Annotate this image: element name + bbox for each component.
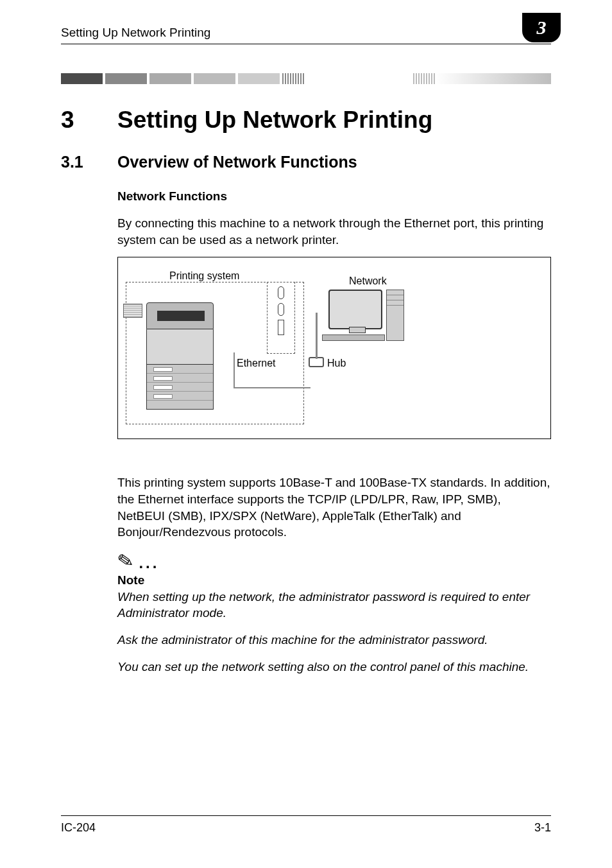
note-label: Note: [117, 573, 551, 587]
chapter-tab-number: 3: [537, 17, 547, 39]
note-paragraph-1: When setting up the network, the adminis…: [117, 589, 551, 621]
note-dots: ...: [139, 554, 159, 571]
monitor-icon: [328, 290, 382, 329]
ethernet-line: [234, 352, 310, 388]
footer-page-number: 3-1: [534, 821, 551, 835]
note-block: ✎ ... Note When setting up the network, …: [117, 550, 551, 675]
printer-icon: [146, 302, 220, 417]
header-rule: [61, 44, 551, 44]
chapter-tab: 3: [522, 13, 561, 42]
standards-paragraph: This printing system supports 10Base-T a…: [117, 474, 551, 541]
diagram-label-hub: Hub: [327, 358, 346, 369]
paper-tray-icon: [123, 304, 142, 318]
running-header: Setting Up Network Printing: [61, 26, 210, 40]
section-title: Overview of Network Functions: [117, 153, 357, 171]
note-paragraph-2: Ask the administrator of this machine fo…: [117, 632, 551, 648]
note-icon: ✎: [115, 548, 135, 573]
note-paragraph-3: You can set up the network setting also …: [117, 659, 551, 675]
chapter-number: 3: [61, 107, 117, 134]
computer-tower-icon: [386, 290, 404, 341]
network-diagram: Printing system Network Ethernet Hub: [117, 257, 551, 439]
chapter-title: Setting Up Network Printing: [117, 107, 432, 134]
section-number: 3.1: [61, 153, 117, 171]
keyboard-icon: [322, 334, 385, 341]
footer-model: IC-204: [61, 821, 96, 835]
diagram-label-network: Network: [349, 275, 387, 287]
diagram-label-printing-system: Printing system: [169, 270, 239, 282]
intro-paragraph: By connecting this machine to a network …: [117, 215, 551, 248]
controller-icon: [267, 282, 295, 354]
subsection-heading: Network Functions: [117, 189, 551, 204]
network-line: [316, 313, 318, 359]
page-footer: IC-204 3-1: [61, 815, 551, 835]
decorative-bar: [61, 73, 551, 84]
